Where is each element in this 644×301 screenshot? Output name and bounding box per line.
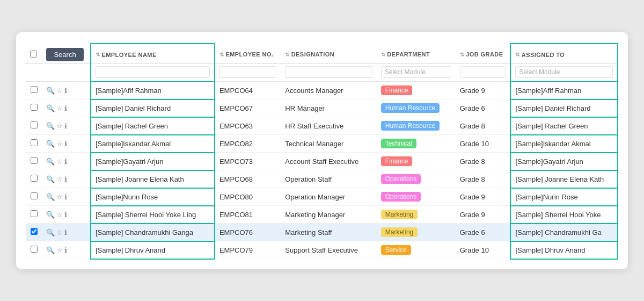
dept-badge: Operations: [381, 174, 421, 184]
star-row-icon[interactable]: ☆: [56, 122, 63, 130]
row-grade: Grade 6: [456, 99, 511, 117]
employee-name-sort: ⇅ EMPLOYEE NAME: [96, 52, 157, 58]
row-designation: Operation Manager: [281, 188, 376, 206]
dept-badge: Operations: [381, 192, 421, 202]
empno-filter-input[interactable]: [219, 66, 276, 78]
row-actions-cell: 🔍 ☆ ℹ: [42, 206, 91, 224]
table-row: 🔍 ☆ ℹ [Sample]Nurin Rose EMPCO80 Operati…: [26, 188, 618, 206]
row-assigned: [Sample] Dhruv Anand: [510, 241, 618, 259]
row-actions-cell: 🔍 ☆ ℹ: [42, 241, 91, 259]
row-assigned: [Sample] Joanne Elena Kath: [510, 170, 618, 188]
row-checkbox-cell: [26, 206, 42, 224]
row-checkbox[interactable]: [31, 121, 38, 128]
department-filter-select[interactable]: Select Module: [381, 66, 451, 78]
table-row: 🔍 ☆ ℹ [Sample] Dhruv Anand EMPCO79 Suppo…: [26, 241, 618, 259]
row-name: [Sample] Sherrei Hooi Yoke Ling: [91, 206, 215, 224]
row-checkbox[interactable]: [31, 104, 38, 111]
filter-checkbox-cell: [26, 63, 42, 82]
row-checkbox[interactable]: [31, 86, 38, 93]
info-row-icon[interactable]: ℹ: [64, 228, 67, 236]
designation-header: ⇅ DESIGNATION: [281, 44, 376, 64]
info-row-icon[interactable]: ℹ: [64, 211, 67, 219]
search-row-icon[interactable]: 🔍: [46, 87, 55, 95]
star-row-icon[interactable]: ☆: [56, 140, 63, 148]
search-row-icon[interactable]: 🔍: [46, 104, 55, 112]
info-row-icon[interactable]: ℹ: [64, 87, 67, 95]
grade-filter-input[interactable]: [460, 66, 506, 78]
row-checkbox-cell: [26, 99, 42, 117]
star-row-icon[interactable]: ☆: [56, 246, 63, 254]
search-row-icon[interactable]: 🔍: [46, 157, 55, 166]
info-row-icon[interactable]: ℹ: [64, 140, 67, 148]
star-row-icon[interactable]: ☆: [56, 157, 63, 166]
row-name: [Sample]Nurin Rose: [91, 188, 215, 206]
star-row-icon[interactable]: ☆: [56, 193, 63, 201]
row-empno: EMPCO67: [215, 99, 281, 117]
search-button[interactable]: Search: [46, 48, 83, 61]
filter-name: [91, 63, 215, 82]
info-row-icon[interactable]: ℹ: [64, 193, 67, 201]
search-row-icon[interactable]: 🔍: [46, 228, 55, 236]
table-row: 🔍 ☆ ℹ [Sample] Sherrei Hooi Yoke Ling EM…: [26, 206, 618, 224]
filter-row: Select Module Select Module: [26, 63, 618, 82]
sort-icon-grade: ⇅: [460, 52, 464, 58]
row-checkbox-cell: [26, 82, 42, 99]
row-checkbox[interactable]: [31, 175, 38, 182]
name-filter-input[interactable]: [96, 66, 210, 78]
filter-assigned: Select Module: [510, 63, 618, 82]
search-row-icon[interactable]: 🔍: [46, 193, 55, 201]
row-name: [Sample]Iskandar Akmal: [91, 135, 215, 153]
star-row-icon[interactable]: ☆: [56, 175, 63, 183]
column-headers: Search ⇅ EMPLOYEE NAME ⇅ EMPLOYEE NO.: [26, 44, 618, 64]
star-row-icon[interactable]: ☆: [56, 228, 63, 236]
star-row-icon[interactable]: ☆: [56, 87, 63, 95]
row-designation: Marketing Staff: [281, 224, 376, 241]
table-row: 🔍 ☆ ℹ [Sample] Daniel Richard EMPCO67 HR…: [26, 99, 618, 117]
row-checkbox-cell: [26, 188, 42, 206]
select-all-header: [26, 44, 42, 64]
row-grade: Grade 8: [456, 170, 511, 188]
row-grade: Grade 6: [456, 224, 511, 241]
search-row-icon[interactable]: 🔍: [46, 246, 55, 254]
search-row-icon[interactable]: 🔍: [46, 140, 55, 148]
star-row-icon[interactable]: ☆: [56, 211, 63, 219]
info-row-icon[interactable]: ℹ: [64, 157, 67, 166]
row-checkbox[interactable]: [31, 192, 38, 199]
row-empno: EMPCO68: [215, 170, 281, 188]
assigned-filter-select[interactable]: Select Module: [515, 66, 613, 78]
table-row: 🔍 ☆ ℹ [Sample]Afif Rahman EMPCO64 Accoun…: [26, 82, 618, 99]
search-row-icon[interactable]: 🔍: [46, 211, 55, 219]
row-actions-cell: 🔍 ☆ ℹ: [42, 135, 91, 153]
dept-badge: Finance: [381, 85, 413, 95]
row-department: Human Resource: [377, 99, 456, 117]
row-actions-cell: 🔍 ☆ ℹ: [42, 188, 91, 206]
table-wrap: Search ⇅ EMPLOYEE NAME ⇅ EMPLOYEE NO.: [26, 43, 618, 260]
table-body: 🔍 ☆ ℹ [Sample]Afif Rahman EMPCO64 Accoun…: [26, 82, 618, 259]
search-row-icon[interactable]: 🔍: [46, 175, 55, 183]
row-checkbox[interactable]: [31, 139, 38, 146]
select-all-checkbox[interactable]: [30, 51, 37, 58]
table-row: 🔍 ☆ ℹ [Sample]Iskandar Akmal EMPCO82 Tec…: [26, 135, 618, 153]
info-row-icon[interactable]: ℹ: [64, 246, 67, 254]
search-row-icon[interactable]: 🔍: [46, 122, 55, 130]
row-checkbox[interactable]: [31, 157, 38, 164]
info-row-icon[interactable]: ℹ: [64, 104, 67, 112]
row-empno: EMPCO79: [215, 241, 281, 259]
row-designation: HR Manager: [281, 99, 376, 117]
row-checkbox-cell: [26, 224, 42, 241]
row-assigned: [Sample] Sherrei Hooi Yoke: [510, 206, 618, 224]
star-row-icon[interactable]: ☆: [56, 104, 63, 112]
row-checkbox[interactable]: [31, 210, 38, 217]
row-name: [Sample] Dhruv Anand: [91, 241, 215, 259]
row-checkbox[interactable]: [31, 228, 38, 235]
row-actions-cell: 🔍 ☆ ℹ: [42, 99, 91, 117]
row-designation: Operation Staff: [281, 170, 376, 188]
info-row-icon[interactable]: ℹ: [64, 122, 67, 130]
row-checkbox[interactable]: [31, 246, 38, 253]
row-grade: Grade 9: [456, 82, 511, 99]
designation-filter-input[interactable]: [285, 66, 372, 78]
row-name: [Sample] Chandramukhi Ganga: [91, 224, 215, 241]
row-name: [Sample] Rachel Green: [91, 117, 215, 135]
row-empno: EMPCO76: [215, 224, 281, 241]
info-row-icon[interactable]: ℹ: [64, 175, 67, 183]
